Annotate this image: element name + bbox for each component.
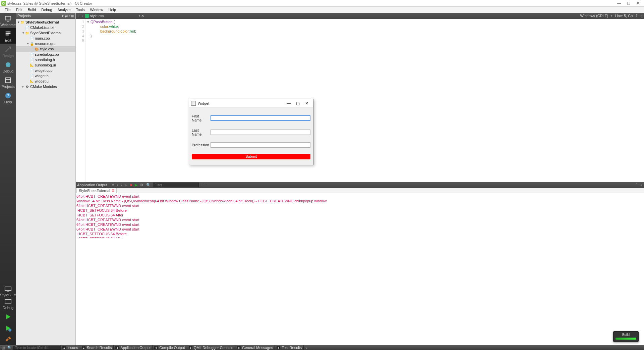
cursor-position[interactable]: Line: 5, Col: 1 — [615, 14, 638, 18]
widget-minimize-button[interactable]: — — [284, 101, 293, 106]
output-expand-icon[interactable]: ⌃ — [634, 183, 639, 187]
widget-maximize-button[interactable]: ▢ — [293, 101, 302, 106]
mode-welcome[interactable]: Welcome — [0, 13, 16, 28]
menu-file[interactable]: File — [2, 7, 13, 12]
menu-analyze[interactable]: Analyze — [55, 7, 73, 12]
tree-item[interactable]: 📄suredialog.cpp — [16, 52, 75, 57]
tree-item[interactable]: 📐widget.ui — [16, 79, 75, 84]
encoding-dropdown-icon[interactable]: ▾ — [611, 14, 612, 17]
tree-item[interactable]: ▾🔒resource.qrc — [16, 41, 75, 46]
status-more-icon[interactable]: ÷ — [303, 345, 309, 350]
project-tree[interactable]: ▾📁StyleSheetExternal📄CMakeLists.txt▾📁Sty… — [16, 19, 75, 90]
tree-item-label: widget.cpp — [35, 68, 53, 72]
tree-item[interactable]: 📄widget.h — [16, 73, 75, 79]
status-item-compile-output[interactable]: 4Compile Output — [152, 345, 186, 350]
tree-item[interactable]: 📐suredialog.ui — [16, 62, 75, 68]
code-editor[interactable]: 12345 ▾QPushButton { color:white; backgr… — [76, 19, 644, 182]
window-minimize-button[interactable]: — — [617, 1, 621, 5]
menu-tools[interactable]: Tools — [73, 7, 87, 12]
menu-build[interactable]: Build — [25, 7, 39, 12]
output-remove-icon[interactable]: − — [205, 183, 209, 187]
profession-input[interactable] — [211, 142, 310, 148]
output-rerun-icon[interactable]: ▶ — [134, 183, 138, 187]
output-gear-icon[interactable]: ⚙ — [139, 183, 144, 187]
output-stop-icon[interactable]: ■ — [129, 183, 133, 187]
menu-window[interactable]: Window — [87, 7, 106, 12]
mode-help[interactable]: ? Help — [0, 90, 16, 105]
chevron-icon: ▾ — [26, 42, 30, 45]
window-title: style.css (styles @ StyleSheetExternal) … — [7, 1, 616, 5]
close-sidebar-icon[interactable]: ▥ — [0, 346, 6, 350]
help-icon: ? — [4, 92, 12, 99]
tree-item[interactable]: 📄widget.cpp — [16, 68, 75, 73]
output-next-icon[interactable]: › — [120, 183, 123, 187]
build-progress-popup: Build — [613, 331, 639, 342]
file-icon: 📐 — [30, 63, 34, 67]
build-label: Build — [616, 333, 636, 337]
locate-input[interactable] — [13, 346, 60, 350]
widget-close-button[interactable]: ✕ — [302, 101, 311, 106]
debug-icon — [4, 61, 12, 68]
mode-design[interactable]: Design — [0, 44, 16, 59]
kit-selector[interactable]: StyleS...ternal Debug — [0, 285, 16, 311]
encoding-label[interactable]: Windows (CRLF) — [580, 14, 608, 18]
expand-icon[interactable]: ▫ — [69, 14, 70, 18]
build-progress-bar — [616, 338, 636, 340]
tree-item[interactable]: 📄suredialog.h — [16, 57, 75, 62]
submit-button[interactable]: Submit — [192, 154, 310, 159]
status-item-issues[interactable]: 1Issues — [60, 345, 80, 350]
split-icon[interactable]: ⊞ — [71, 14, 74, 18]
build-button[interactable] — [0, 334, 16, 345]
tree-item[interactable]: ▸⚙CMake Modules — [16, 84, 75, 89]
chevron-icon: ▾ — [17, 20, 20, 24]
close-icon[interactable]: ⊠ — [112, 189, 114, 192]
file-dropdown-icon[interactable]: ▾ — [139, 14, 140, 17]
output-settings-icon[interactable]: ≡ — [111, 183, 115, 187]
tree-item[interactable]: 📄CMakeLists.txt — [16, 25, 75, 30]
status-item-qml-debugger-console[interactable]: 5QML Debugger Console — [187, 345, 235, 350]
projects-icon — [4, 77, 12, 84]
nav-back-icon[interactable]: ‹ — [76, 14, 80, 18]
sync-icon[interactable]: ⇄ — [65, 14, 68, 18]
mode-projects[interactable]: Projects — [0, 74, 16, 90]
run-button[interactable] — [0, 311, 16, 322]
tree-item[interactable]: 🎨style.css — [16, 46, 75, 52]
menu-debug[interactable]: Debug — [39, 7, 55, 12]
menu-help[interactable]: Help — [106, 7, 119, 12]
close-file-icon[interactable]: ✕ — [141, 14, 144, 18]
status-item-general-messages[interactable]: 6General Messages — [235, 345, 275, 350]
first-name-input[interactable] — [211, 115, 310, 121]
split-editor-icon[interactable]: ⊞ — [640, 14, 643, 18]
output-add-icon[interactable]: + — [200, 183, 203, 187]
mode-edit[interactable]: Edit — [0, 28, 16, 44]
output-tab-active[interactable]: StyleSheetExternal ⊠ — [76, 188, 117, 193]
tree-item[interactable]: ▾📁StyleSheetExternal — [16, 30, 75, 36]
mode-debug[interactable]: Debug — [0, 59, 16, 74]
output-filter-input[interactable] — [153, 183, 199, 187]
output-prev-icon[interactable]: ‹ — [116, 183, 119, 187]
nav-forward-icon[interactable]: › — [81, 14, 84, 18]
output-body[interactable]: 64bit HCBT_CREATEWND event startWindow 6… — [76, 193, 644, 238]
output-run-icon[interactable]: ▶ — [124, 183, 128, 187]
window-close-button[interactable]: ✕ — [636, 1, 639, 5]
status-item-search-results[interactable]: 2Search Results — [80, 345, 114, 350]
code-content[interactable]: ▾QPushButton { color:white; background-c… — [86, 19, 137, 182]
svg-point-7 — [8, 329, 11, 332]
filter-icon[interactable]: ▾ — [62, 14, 64, 18]
tree-item-label: CMakeLists.txt — [30, 26, 54, 30]
tree-item[interactable]: 📄main.cpp — [16, 36, 75, 41]
menu-edit[interactable]: Edit — [13, 7, 25, 12]
file-icon: 🎨 — [34, 47, 39, 51]
output-popup-icon[interactable]: ▫ — [640, 183, 643, 187]
widget-titlebar[interactable]: Widget — ▢ ✕ — [189, 99, 313, 107]
svg-rect-2 — [6, 78, 11, 83]
tree-item[interactable]: ▾📁StyleSheetExternal — [16, 19, 75, 25]
run-debug-button[interactable] — [0, 322, 16, 334]
open-file-name[interactable]: style.css — [90, 14, 137, 18]
chevron-icon: ▾ — [21, 31, 25, 35]
status-item-application-output[interactable]: 3Application Output — [113, 345, 152, 350]
window-maximize-button[interactable]: ▢ — [627, 1, 630, 5]
last-name-input[interactable] — [211, 130, 310, 135]
tree-item-label: StyleSheetExternal — [30, 31, 62, 35]
status-item-test-results[interactable]: 8Test Results — [275, 345, 303, 350]
